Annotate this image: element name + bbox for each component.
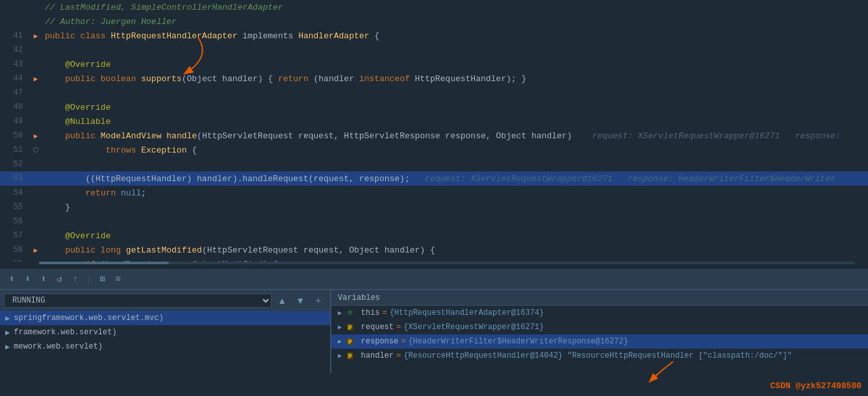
type-icon-p: p	[347, 338, 353, 345]
thread-icon: ▶	[5, 328, 10, 338]
thread-icon: ▶	[5, 342, 10, 352]
var-value: {XServletRequestWrapper@16271}	[403, 323, 544, 332]
editor-toolbar: ⬆ ⬇ ⬆ ↺ ↑ ⊞ ≡	[0, 268, 868, 289]
code-line-56: 56	[0, 214, 868, 229]
variable-this[interactable]: ▶ ≡ this = {HttpRequestHandlerAdapter@16…	[331, 306, 868, 320]
var-value: {HeaderWriterFilter$HeaderWriterResponse…	[408, 337, 628, 346]
line-number: 49	[0, 117, 29, 126]
line-gutter: ▶	[29, 132, 42, 140]
execution-arrow: ▶	[34, 246, 38, 254]
line-number: 50	[0, 131, 29, 140]
type-icon-p: p	[347, 324, 353, 330]
line-number: 52	[0, 160, 29, 169]
debug-panel: RUNNING ▲ ▼ ＋ ▶ springframework.web.serv…	[0, 289, 868, 373]
line-number: 58	[0, 245, 29, 254]
watermark-id: @yzk527498580	[796, 381, 862, 391]
execution-arrow: ▶	[34, 75, 38, 83]
line-number: 56	[0, 217, 29, 226]
debug-threads: ▶ springframework.web.servlet.mvc) ▶ fra…	[0, 311, 330, 373]
code-content: public class HttpRequestHandlerAdapter i…	[42, 31, 855, 41]
code-line-53: 53 ((HttpRequestHandler) handler).handle…	[0, 171, 868, 186]
code-line-59: 59 if (handler instanceof LastModified) …	[0, 257, 868, 262]
thread-label: springframework.web.servlet.mvc)	[14, 314, 163, 323]
var-equals: =	[396, 323, 401, 332]
thread-icon: ▶	[5, 314, 10, 323]
var-value: {ResourceHttpRequestHandler@14042} "Reso…	[403, 351, 792, 360]
gutter-circle	[33, 147, 38, 153]
thread-label: mework.web.servlet)	[14, 342, 103, 351]
scroll-thumb[interactable]	[39, 262, 169, 264]
code-line-48: 48 @Override	[0, 100, 868, 114]
toolbar-icon-grid[interactable]: ⊞	[97, 272, 107, 286]
code-content: @Override	[42, 231, 855, 241]
line-number: 47	[0, 88, 29, 97]
toolbar-icon-5[interactable]: ↑	[70, 273, 81, 286]
code-editor: // LastModified, SimpleControllerHandler…	[0, 0, 868, 289]
var-equals: =	[401, 337, 405, 346]
expand-icon: ▶	[338, 323, 347, 331]
debug-right-panel: Variables ▶ ≡ this = {HttpRequestHandler…	[331, 290, 868, 373]
code-line-44: 44 ▶ public boolean supports(Object hand…	[0, 71, 868, 86]
code-line: // Author: Juergen Hoeller	[0, 14, 868, 29]
expand-icon: ▶	[338, 338, 347, 345]
code-content: throws Exception {	[42, 145, 855, 155]
code-line-47: 47	[0, 86, 868, 100]
toolbar-icon-4[interactable]: ↺	[54, 272, 64, 286]
toolbar-icon-3[interactable]: ⬆	[38, 272, 49, 286]
toolbar-icon-2[interactable]: ⬇	[22, 272, 32, 286]
thread-item-1[interactable]: ▶ springframework.web.servlet.mvc)	[0, 311, 330, 325]
line-gutter	[29, 147, 42, 153]
toolbar-icon-1[interactable]: ⬆	[6, 272, 17, 286]
code-content: }	[42, 203, 855, 212]
code-line-57: 57 @Override	[0, 229, 868, 243]
scroll-track	[39, 262, 855, 264]
expand-icon: ▶	[338, 309, 347, 317]
breakpoint-arrow: ▶	[34, 32, 38, 40]
toolbar-divider	[88, 274, 89, 284]
code-content: @Override	[42, 60, 855, 69]
line-number: 55	[0, 203, 29, 212]
code-line-52: 52	[0, 157, 868, 171]
var-name: handler	[356, 351, 394, 360]
debug-down-button[interactable]: ▼	[292, 294, 308, 307]
line-number: 41	[0, 31, 29, 40]
code-content: // Author: Juergen Hoeller	[42, 17, 855, 27]
var-name: response	[356, 337, 398, 346]
toolbar-icon-list[interactable]: ≡	[113, 273, 123, 286]
code-content: public long getLastModified(HttpServletR…	[42, 245, 855, 255]
csdn-watermark: CSDN @yzk527498580	[771, 381, 862, 391]
variables-title: Variables	[338, 293, 380, 303]
line-gutter: ▶	[29, 32, 42, 40]
line-gutter: ▶	[29, 246, 42, 254]
debug-up-button[interactable]: ▲	[274, 294, 290, 307]
variable-response[interactable]: ▶ p response = {HeaderWriterFilter$Heade…	[331, 334, 868, 349]
horizontal-scrollbar[interactable]	[0, 262, 868, 268]
line-number: 54	[0, 188, 29, 197]
debug-add-button[interactable]: ＋	[311, 293, 326, 308]
debug-status-select[interactable]: RUNNING	[4, 293, 272, 308]
code-line-42: 42	[0, 43, 868, 57]
watermark-prefix: CSDN	[771, 381, 796, 391]
debug-left-panel: RUNNING ▲ ▼ ＋ ▶ springframework.web.serv…	[0, 290, 331, 373]
code-content: @Nullable	[42, 117, 855, 127]
thread-item-2[interactable]: ▶ framework.web.servlet)	[0, 325, 330, 340]
code-line: // LastModified, SimpleControllerHandler…	[0, 0, 868, 14]
variables-header: Variables	[331, 290, 868, 306]
code-line-50: 50 ▶ public ModelAndView handle(HttpServ…	[0, 129, 868, 143]
thread-label: framework.web.servlet)	[14, 328, 116, 337]
thread-item-3[interactable]: ▶ mework.web.servlet)	[0, 340, 330, 354]
code-line-51: 51 throws Exception {	[0, 143, 868, 157]
variable-request[interactable]: ▶ p request = {XServletRequestWrapper@16…	[331, 320, 868, 334]
code-content: @Override	[42, 103, 855, 112]
code-line-49: 49 @Nullable	[0, 114, 868, 129]
var-name: this	[356, 308, 379, 317]
variables-list: ▶ ≡ this = {HttpRequestHandlerAdapter@16…	[331, 306, 868, 373]
code-content: // LastModified, SimpleControllerHandler…	[42, 3, 855, 12]
code-line-41: 41 ▶ public class HttpRequestHandlerAdap…	[0, 29, 868, 43]
line-number: 51	[0, 145, 29, 155]
line-number: 48	[0, 103, 29, 112]
code-line-58: 58 ▶ public long getLastModified(HttpSer…	[0, 243, 868, 257]
variable-handler[interactable]: ▶ p handler = {ResourceHttpRequestHandle…	[331, 349, 868, 363]
code-content: ((HttpRequestHandler) handler).handleReq…	[42, 174, 855, 184]
line-number: 57	[0, 231, 29, 240]
